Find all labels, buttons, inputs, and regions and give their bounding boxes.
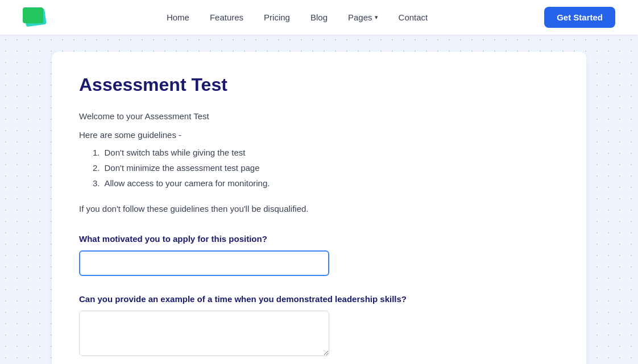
chevron-down-icon: ▾ <box>375 14 378 21</box>
logo-card-front <box>23 7 43 23</box>
question-input-1[interactable] <box>79 250 329 276</box>
main-wrapper: Assessment Test Welcome to your Assessme… <box>0 35 638 364</box>
nav-link-features[interactable]: Features <box>210 12 243 22</box>
nav-link-home[interactable]: Home <box>167 12 189 22</box>
question-label-1: What motivated you to apply for this pos… <box>79 234 559 244</box>
question-section-2: Can you provide an example of a time whe… <box>79 294 559 356</box>
nav-item-home[interactable]: Home <box>167 12 189 23</box>
logo[interactable] <box>23 7 50 28</box>
guideline-item-3: 3. Allow access to your camera for monit… <box>93 178 559 188</box>
guideline-item-1: 1. Don't switch tabs while giving the te… <box>93 148 559 157</box>
nav-link-blog[interactable]: Blog <box>310 12 328 22</box>
welcome-text: Welcome to your Assessment Test <box>79 111 559 121</box>
guidelines-heading: Here are some guidelines - <box>79 130 559 140</box>
nav-link-contact[interactable]: Contact <box>399 12 428 22</box>
disqualified-text: If you don't follow these guidelines the… <box>79 204 559 214</box>
nav-menu: Home Features Pricing Blog Pages ▾ Conta… <box>167 12 428 23</box>
content-card: Assessment Test Welcome to your Assessme… <box>52 52 586 364</box>
guideline-text-1: Don't switch tabs while giving the test <box>105 148 246 157</box>
page-title: Assessment Test <box>79 74 559 95</box>
get-started-button[interactable]: Get Started <box>544 7 615 28</box>
question-section-1: What motivated you to apply for this pos… <box>79 234 559 276</box>
nav-item-blog[interactable]: Blog <box>310 12 328 23</box>
guidelines-list: 1. Don't switch tabs while giving the te… <box>93 148 559 188</box>
nav-link-pricing[interactable]: Pricing <box>264 12 290 22</box>
nav-item-pages[interactable]: Pages ▾ <box>348 12 378 22</box>
logo-icon <box>23 7 50 28</box>
guideline-text-2: Don't minimize the assessment test page <box>105 163 260 173</box>
question-textarea-2[interactable] <box>79 311 329 356</box>
nav-link-pages[interactable]: Pages <box>348 12 372 22</box>
guideline-item-2: 2. Don't minimize the assessment test pa… <box>93 163 559 173</box>
nav-item-features[interactable]: Features <box>210 12 243 23</box>
nav-item-pricing[interactable]: Pricing <box>264 12 290 23</box>
nav-item-contact[interactable]: Contact <box>399 12 428 23</box>
guideline-text-3: Allow access to your camera for monitori… <box>105 178 270 188</box>
navbar: Home Features Pricing Blog Pages ▾ Conta… <box>0 0 638 35</box>
question-label-2: Can you provide an example of a time whe… <box>79 294 559 304</box>
